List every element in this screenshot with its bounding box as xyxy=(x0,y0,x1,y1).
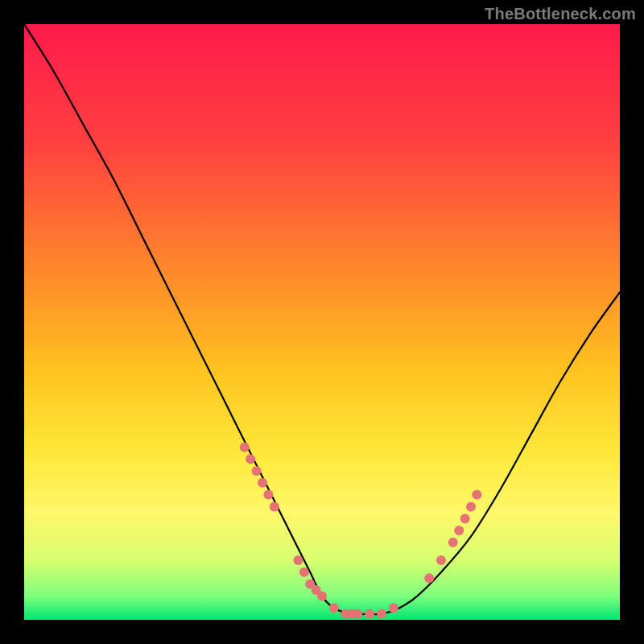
overlay-dots-valley-floor-dot xyxy=(329,603,339,613)
overlay-dots-left-slope-dot xyxy=(252,466,262,476)
overlay-dots-valley-left-dot xyxy=(293,555,303,565)
overlay-dots-right-slope-dot xyxy=(460,514,470,523)
overlay-dots-valley-floor-dot xyxy=(377,609,386,619)
chart-plot-area xyxy=(24,24,620,620)
overlay-dots-right-slope-dot xyxy=(436,555,446,565)
overlay-dots-valley-floor-dot xyxy=(353,609,362,619)
overlay-dots-valley-left-dot xyxy=(317,591,327,601)
overlay-dots-right-slope-dot xyxy=(466,502,476,511)
overlay-dots-left-slope-dot xyxy=(270,502,279,511)
overlay-dots-left-slope-dot xyxy=(263,490,273,500)
overlay-dots-right-slope-dot xyxy=(454,526,464,535)
overlay-dots-valley-left-dot xyxy=(299,568,309,577)
chart-background xyxy=(24,24,620,620)
chart-frame: TheBottleneck.com xyxy=(0,0,644,644)
overlay-dots-valley-floor-dot xyxy=(389,603,398,613)
overlay-dots-left-slope-dot xyxy=(240,442,250,452)
overlay-dots-right-slope-dot xyxy=(472,490,481,500)
chart-svg xyxy=(24,24,620,620)
overlay-dots-valley-floor-dot xyxy=(365,609,374,619)
overlay-dots-left-slope-dot xyxy=(258,478,267,488)
overlay-dots-right-slope-dot xyxy=(424,573,434,583)
watermark-text: TheBottleneck.com xyxy=(485,5,636,23)
overlay-dots-left-slope-dot xyxy=(246,454,255,464)
overlay-dots-right-slope-dot xyxy=(448,538,458,547)
